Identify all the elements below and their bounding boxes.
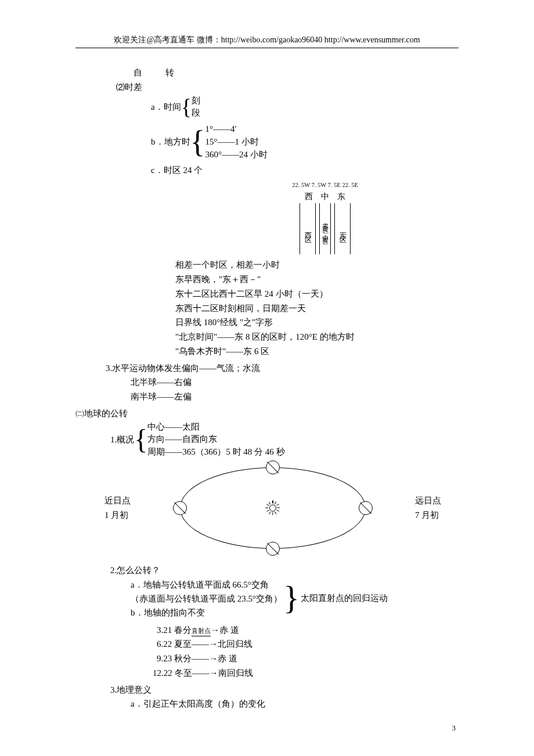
overview-item: 方向——自西向东 [147, 433, 284, 446]
brace-right-icon: } [283, 588, 300, 609]
how-a1: a．地轴与公转轨道平面成 66.5°交角 [131, 578, 282, 592]
overview-item: 中心——太阳 [147, 421, 284, 434]
tz-center-col: 零时区(中时区) [319, 203, 331, 254]
brace-left-icon: { [181, 99, 192, 115]
time-item: 段 [192, 107, 200, 120]
deflection-south: 南半球——左偏 [131, 390, 459, 404]
deflection-north: 北半球——右偏 [131, 375, 459, 390]
time-item: 刻 [192, 95, 200, 107]
overview-item: 周期——365（366）5 时 48 分 46 秒 [147, 446, 284, 459]
planet-icon [359, 501, 373, 515]
time-diff-heading: ⑵时差 [116, 80, 459, 95]
local-item: 15°——1 小时 [205, 136, 267, 149]
page-header: 欢迎关注@高考直通车 微博：http://weibo.com/gaokao960… [75, 35, 459, 48]
date-row: 6.22 夏至——→北回归线 [157, 637, 459, 651]
revolution-heading: ㈡地球的公转 [75, 406, 459, 421]
tz-east-col: 东一区 [334, 203, 351, 254]
overview-brace: 1.概况 { 中心——太阳 方向——自西向东 周期——365（366）5 时 4… [110, 421, 459, 459]
tz-note: 日界线 180°经线 "之"字形 [175, 315, 459, 330]
tz-west-col: 西一区 [300, 203, 316, 254]
timezone-diagram: 西一区 零时区(中时区) 东一区 [192, 203, 459, 254]
tz-note: "北京时间"——东 8 区的区时，120°E 的地方时 [175, 330, 459, 344]
date-row: 12.22 冬至——→南回归线 [153, 666, 459, 681]
timezone-row-labels: 西 中 东 [192, 190, 459, 203]
meaning-title: 3.地理意义 [110, 683, 459, 697]
how-result: 太阳直射点的回归运动 [301, 591, 388, 606]
planet-icon [266, 460, 280, 474]
tz-note: "乌鲁木齐时"——东 6 区 [175, 344, 459, 359]
sun-icon [266, 501, 280, 515]
tz-note: 相差一个时区，相差一小时 [175, 258, 459, 272]
orbit-diagram: 近日点 1 月初 远日点 7 月初 [110, 459, 435, 557]
local-item: 360°——24 小时 [205, 149, 267, 161]
planet-icon [173, 501, 187, 515]
time-label: a．时间 [151, 100, 181, 114]
date-row: 9.23 秋分——→赤 道 [157, 651, 459, 666]
aphelion-label: 远日点 7 月初 [415, 494, 441, 523]
local-time-brace: b．地方时 { 1°——4' 15°——1 小时 360°——24 小时 [151, 123, 459, 161]
deflection-title: 3.水平运动物体发生偏向——气流；水流 [106, 361, 459, 376]
planet-icon [266, 542, 280, 556]
tz-note: 东西十二区时刻相同，日期差一天 [175, 301, 459, 316]
overview-label: 1.概况 [110, 433, 134, 447]
timezone-label: c．时区 24 个 [151, 163, 459, 178]
local-item: 1°——4' [205, 123, 267, 136]
how-a2: （赤道面与公转轨道平面成 23.5°交角） [131, 592, 282, 606]
rotation-title: 自 转 [134, 66, 459, 80]
brace-left-icon: { [190, 131, 205, 153]
date-row: 3.21 春分直射点→赤 道 [157, 623, 459, 638]
local-time-label: b．地方时 [151, 135, 190, 149]
page-number: 3 [452, 723, 456, 733]
how-b: b．地轴的指向不变 [131, 606, 282, 620]
tz-note: 东十二区比西十二区早 24 小时（一天） [175, 287, 459, 301]
brace-left-icon: { [134, 430, 147, 449]
time-brace: a．时间 { 刻 段 [151, 95, 459, 120]
how-block: a．地轴与公转轨道平面成 66.5°交角 （赤道面与公转轨道平面成 23.5°交… [131, 578, 459, 620]
how-title: 2.怎么公转？ [110, 563, 459, 578]
content: 自 转 ⑵时差 a．时间 { 刻 段 b．地方时 { 1°——4' 15°——1… [75, 66, 459, 711]
timezone-coords: 22. 5W 7. 5W 7. 5E 22. 5E [192, 180, 459, 190]
perihelion-label: 近日点 1 月初 [104, 494, 131, 523]
meaning-a: a．引起正午太阳高度（角）的变化 [131, 697, 459, 711]
tz-note: 东早西晚，"东＋西－" [175, 272, 459, 287]
